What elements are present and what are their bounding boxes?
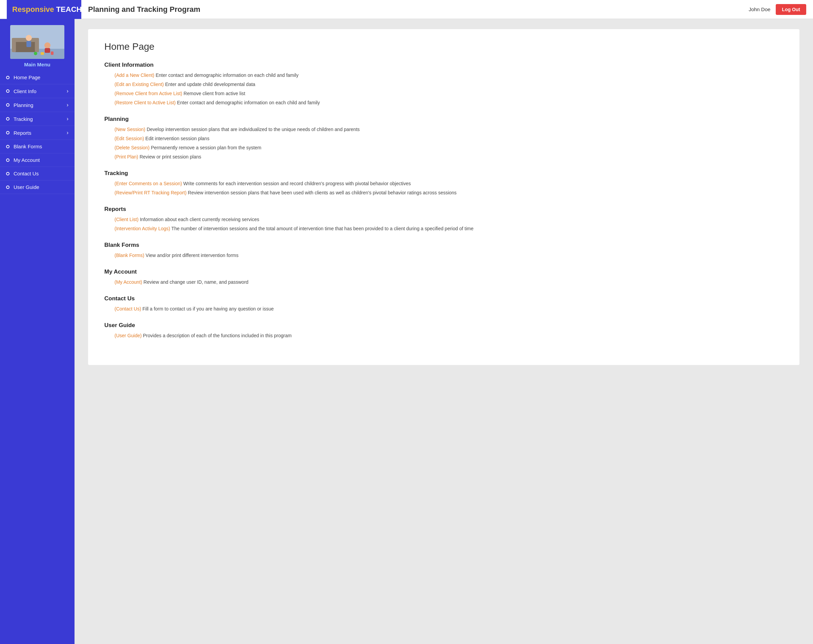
sidebar-item-planning[interactable]: Planning › [0,98,75,112]
section-item: (User Guide) Provides a description of e… [115,332,783,339]
section-item-text: Provides a description of each of the fu… [143,333,291,338]
section-title-reports: Reports [104,206,783,213]
section-item-text: Write comments for each intervention ses… [183,181,411,186]
main-content: Home Page Client Information(Add a New C… [75,19,813,644]
sidebar-dot [6,117,9,121]
section-item-text: Enter contact and demographic informatio… [155,72,298,78]
section-link[interactable]: (Intervention Activity Logs) [115,226,170,231]
sidebar-dot [6,76,9,79]
section-item-text: Review or print session plans [140,154,201,159]
sidebar-dot [6,103,9,107]
header-right: John Doe Log Out [749,4,806,15]
section-item: (Client List) Information about each cli… [115,216,783,223]
svg-rect-9 [45,48,50,53]
section-link[interactable]: (Client List) [115,217,138,222]
sidebar-item-home-page[interactable]: Home Page [0,71,75,84]
section-item-text: Permanently remove a session plan from t… [151,145,261,150]
content-card: Home Page Client Information(Add a New C… [88,29,799,365]
section-link[interactable]: (My Account) [115,279,142,285]
sidebar-item-contact-us[interactable]: Contact Us [0,167,75,181]
section-item: (Remove Client from Active List) Remove … [115,90,783,97]
sidebar-item-label: Client Info [14,89,37,94]
user-name: John Doe [749,6,770,12]
sidebar-item-label: Tracking [14,116,33,122]
sidebar-dot [6,172,9,175]
section-link[interactable]: (User Guide) [115,333,142,338]
section-item: (Enter Comments on a Session) Write comm… [115,180,783,187]
section-item: (Blank Forms) View and/or print differen… [115,252,783,259]
header-title: Planning and Tracking Program [81,5,749,14]
section-item-text: The number of intervention sessions and … [172,226,474,231]
svg-rect-12 [51,52,54,55]
section-link[interactable]: (Edit Session) [115,136,144,141]
logout-button[interactable]: Log Out [776,4,806,15]
section-item-text: Review and change user ID, name, and pas… [144,279,249,285]
section-items-client-information: (Add a New Client) Enter contact and dem… [104,72,783,106]
section-item: (Edit an Existing Client) Enter and upda… [115,81,783,88]
layout: Main Menu Home Page Client Info › Planni… [0,0,813,644]
main-menu-label: Main Menu [24,62,51,67]
section-items-tracking: (Enter Comments on a Session) Write comm… [104,180,783,196]
sidebar-item-label: Home Page [14,75,40,80]
section-item: (Review/Print RT Tracking Report) Review… [115,189,783,196]
section-link[interactable]: (New Session) [115,127,145,132]
section-items-contact-us: (Contact Us) Fill a form to contact us i… [104,305,783,312]
section-link[interactable]: (Add a New Client) [115,72,155,78]
section-link[interactable]: (Print Plan) [115,154,138,159]
section-item-text: Edit intervention session plans [145,136,209,141]
section-link[interactable]: (Edit an Existing Client) [115,82,164,87]
section-item-text: View and/or print different intervention… [146,252,238,258]
section-items-planning: (New Session) Develop intervention sessi… [104,126,783,161]
section-reports: Reports(Client List) Information about e… [104,206,783,232]
section-title-my-account: My Account [104,269,783,275]
top-header: Responsive TEACHING Planning and Trackin… [0,0,813,19]
section-tracking: Tracking(Enter Comments on a Session) Wr… [104,170,783,196]
section-planning: Planning(New Session) Develop interventi… [104,116,783,161]
sidebar-dot [6,159,9,162]
section-item: (Contact Us) Fill a form to contact us i… [115,305,783,312]
sidebar-item-label: Reports [14,130,32,136]
section-title-blank-forms: Blank Forms [104,242,783,249]
sidebar-item-label: Planning [14,102,33,108]
section-item-text: Develop intervention session plans that … [147,127,360,132]
section-item-text: Enter and update child developmental dat… [165,82,255,87]
page-title: Home Page [104,41,783,52]
section-item: (Add a New Client) Enter contact and dem… [115,72,783,79]
sidebar-item-client-info[interactable]: Client Info › [0,84,75,98]
sidebar-item-reports[interactable]: Reports › [0,126,75,140]
section-blank-forms: Blank Forms(Blank Forms) View and/or pri… [104,242,783,259]
brand-logo: Responsive TEACHING [7,0,81,19]
sidebar-item-blank-forms[interactable]: Blank Forms [0,140,75,153]
section-link[interactable]: (Review/Print RT Tracking Report) [115,190,187,195]
section-item-text: Enter contact and demographic informatio… [177,100,320,105]
section-link[interactable]: (Contact Us) [115,306,141,312]
section-items-reports: (Client List) Information about each cli… [104,216,783,232]
svg-point-11 [34,52,37,55]
sidebar-item-my-account[interactable]: My Account [0,153,75,167]
section-item-text: Review intervention session plans that h… [188,190,457,195]
sidebar-item-user-guide[interactable]: User Guide [0,181,75,194]
section-title-tracking: Tracking [104,170,783,177]
svg-rect-10 [41,52,44,55]
section-link[interactable]: (Delete Session) [115,145,150,150]
section-client-information: Client Information(Add a New Client) Ent… [104,62,783,106]
section-link[interactable]: (Restore Client to Active List) [115,100,176,105]
section-link[interactable]: (Enter Comments on a Session) [115,181,182,186]
svg-point-6 [26,35,32,41]
section-link[interactable]: (Remove Client from Active List) [115,91,182,96]
svg-point-8 [44,42,51,48]
section-contact-us: Contact Us(Contact Us) Fill a form to co… [104,295,783,312]
sidebar-item-tracking[interactable]: Tracking › [0,112,75,126]
section-items-blank-forms: (Blank Forms) View and/or print differen… [104,252,783,259]
section-items-user-guide: (User Guide) Provides a description of e… [104,332,783,339]
sections-container: Client Information(Add a New Client) Ent… [104,62,783,339]
section-item-text: Remove client from active list [184,91,245,96]
sidebar-item-label: User Guide [14,184,39,190]
sidebar-arrow-icon: › [67,130,68,136]
section-link[interactable]: (Blank Forms) [115,252,144,258]
sidebar-arrow-icon: › [67,88,68,94]
sidebar-dot [6,145,9,148]
svg-rect-5 [35,40,39,52]
section-item: (Print Plan) Review or print session pla… [115,153,783,161]
section-item: (Edit Session) Edit intervention session… [115,135,783,142]
